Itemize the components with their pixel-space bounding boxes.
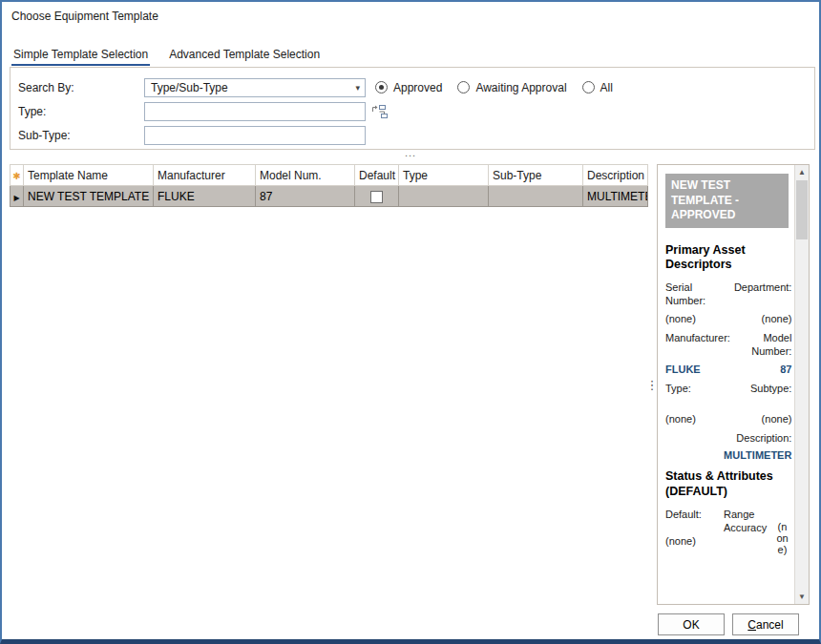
range-accuracy-field: Range Accuracy [724, 508, 771, 555]
type-label: Type: [18, 105, 144, 118]
default-label: Default: [665, 508, 719, 521]
subtype-detail-value: (none) [734, 412, 792, 426]
subtype-field: Subtype: (none) [734, 382, 792, 426]
cancel-button[interactable]: Cancel [732, 613, 799, 635]
radio-approved[interactable]: Approved [375, 81, 442, 94]
description-label: Description: [665, 431, 791, 445]
scroll-up-icon[interactable]: ▲ [795, 165, 809, 179]
choose-equipment-template-dialog: Choose Equipment Template Simple Templat… [0, 0, 821, 644]
main-area: ✱ Template Name Manufacturer Model Num. … [10, 164, 811, 605]
column-header-template-name[interactable]: Template Name [24, 165, 154, 186]
department-value: (none) [734, 312, 792, 325]
model-number-value: 87 [734, 363, 792, 376]
new-row-star-icon: ✱ [12, 171, 20, 181]
model-number-label: Model Number: [734, 331, 792, 359]
type-field: Type: (none) [665, 382, 730, 426]
type-detail-value: (none) [665, 412, 730, 426]
range-accuracy-value-cell: (none) [776, 508, 789, 555]
dialog-titlebar: Choose Equipment Template [2, 2, 819, 31]
manufacturer-label: Manufacturer: [665, 331, 730, 344]
type-detail-label: Type: [665, 382, 730, 395]
column-header-sub-type[interactable]: Sub-Type [489, 165, 583, 186]
primary-descriptors-grid: Serial Number: (none) Department: (none)… [665, 280, 789, 462]
radio-all-label: All [600, 81, 613, 94]
subtype-row: Sub-Type: [18, 125, 807, 145]
range-accuracy-label: Range Accuracy [724, 508, 771, 535]
row-pointer-icon: ▶ [13, 194, 19, 202]
tab-advanced-template-selection[interactable]: Advanced Template Selection [167, 46, 322, 66]
primary-descriptors-heading: Primary Asset Descriptors [665, 243, 789, 273]
column-header-type[interactable]: Type [399, 165, 489, 186]
hierarchy-picker-icon[interactable] [371, 104, 388, 119]
serial-number-label: Serial Number: [665, 280, 730, 308]
search-by-selected-value: Type/Sub-Type [151, 81, 228, 94]
radio-all[interactable]: All [582, 81, 613, 94]
status-attributes-grid: Default: (none) Range Accuracy (none) [665, 508, 789, 555]
cell-default [355, 186, 399, 207]
ok-button[interactable]: OK [658, 613, 725, 635]
type-row: Type: [18, 101, 807, 121]
radio-awaiting-approval[interactable]: Awaiting Approval [457, 81, 566, 94]
search-by-label: Search By: [18, 81, 144, 94]
search-panel: Search By: Type/Sub-Type ▾ Approved Awai… [10, 67, 815, 150]
vertical-splitter-grip[interactable]: ⋮ [647, 164, 657, 605]
department-label: Department: [734, 280, 792, 294]
cell-model-num[interactable]: 87 [256, 186, 355, 207]
radio-approved-circle-icon [375, 81, 388, 93]
ok-button-label: OK [659, 618, 724, 632]
radio-awaiting-label: Awaiting Approval [475, 81, 566, 94]
cell-type[interactable] [399, 186, 489, 207]
subtype-label: Sub-Type: [18, 129, 144, 142]
department-field: Department: (none) [734, 280, 792, 325]
status-attributes-heading: Status & Attributes (DEFAULT) [665, 469, 789, 499]
grid-header-row: ✱ Template Name Manufacturer Model Num. … [11, 165, 648, 186]
description-value: MULTIMETER [665, 448, 791, 462]
scrollbar-thumb[interactable] [796, 180, 808, 239]
cell-sub-type[interactable] [489, 186, 583, 207]
tab-bar: Simple Template Selection Advanced Templ… [11, 46, 322, 66]
scroll-down-icon[interactable]: ▼ [795, 590, 809, 604]
cell-description[interactable]: MULTIMETER [583, 186, 648, 207]
cell-template-name[interactable]: NEW TEST TEMPLATE [24, 186, 154, 207]
column-header-manufacturer[interactable]: Manufacturer [154, 165, 256, 186]
row-indicator-cell: ▶ [11, 186, 24, 207]
manufacturer-value: FLUKE [665, 363, 730, 376]
search-by-dropdown[interactable]: Type/Sub-Type ▾ [144, 78, 366, 97]
radio-approved-label: Approved [393, 81, 442, 94]
approval-filter-group: Approved Awaiting Approval All [375, 81, 613, 94]
table-row[interactable]: ▶ NEW TEST TEMPLATE FLUKE 87 MULTIMETER [11, 186, 648, 207]
serial-number-field: Serial Number: (none) [665, 280, 730, 325]
radio-all-circle-icon [582, 81, 595, 93]
search-by-row: Search By: Type/Sub-Type ▾ Approved Awai… [18, 77, 807, 97]
cell-manufacturer[interactable]: FLUKE [154, 186, 256, 207]
column-header-model-num[interactable]: Model Num. [256, 165, 355, 186]
template-grid: ✱ Template Name Manufacturer Model Num. … [10, 164, 647, 605]
tab-simple-template-selection[interactable]: Simple Template Selection [11, 46, 150, 66]
range-accuracy-value: (none) [776, 521, 789, 555]
cancel-button-label: Cancel [733, 618, 798, 632]
subtype-detail-label: Subtype: [734, 382, 792, 395]
manufacturer-field: Manufacturer: FLUKE [665, 331, 730, 376]
default-checkbox[interactable] [370, 191, 383, 203]
dialog-title: Choose Equipment Template [11, 10, 158, 23]
chevron-down-icon: ▾ [355, 83, 360, 93]
model-number-field: Model Number: 87 [734, 331, 792, 376]
template-detail-panel: NEW TEST TEMPLATE - APPROVED Primary Ass… [657, 164, 810, 605]
default-field: Default: (none) [665, 508, 719, 555]
detail-scrollbar[interactable]: ▲ ▼ [794, 165, 809, 604]
selected-template-header: NEW TEST TEMPLATE - APPROVED [665, 174, 789, 228]
detail-content: NEW TEST TEMPLATE - APPROVED Primary Ass… [658, 165, 794, 604]
scrollbar-track[interactable] [795, 179, 809, 590]
type-input[interactable] [144, 102, 366, 121]
horizontal-splitter-handle[interactable]: ... [2, 148, 819, 161]
serial-number-value: (none) [665, 312, 730, 325]
description-field: Description: MULTIMETER [665, 431, 791, 463]
default-value: (none) [665, 534, 719, 548]
radio-awaiting-circle-icon [457, 81, 470, 93]
subtype-input[interactable] [144, 126, 366, 145]
column-header-default[interactable]: Default [355, 165, 399, 186]
column-header-description[interactable]: Description [583, 165, 648, 186]
grid-corner-cell[interactable]: ✱ [11, 165, 24, 186]
